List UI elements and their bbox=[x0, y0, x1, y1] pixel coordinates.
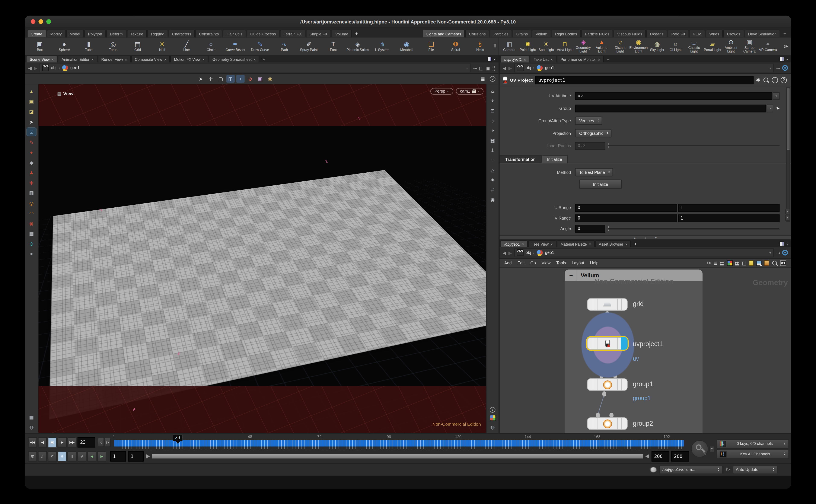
key-all-channels-dropdown[interactable]: Key All Channels ▲▼ bbox=[717, 449, 789, 459]
playback-range-slider[interactable] bbox=[146, 454, 649, 458]
close-tab-icon[interactable]: × bbox=[598, 57, 600, 61]
lighting-icon[interactable]: ☼ bbox=[488, 117, 497, 124]
tool-line[interactable]: ╱ Line bbox=[174, 41, 199, 51]
visibility-icon[interactable]: ◉ bbox=[488, 196, 497, 204]
tool-helix[interactable]: § Helix bbox=[468, 41, 492, 51]
path-field[interactable]: obj › geo1 ▼ bbox=[514, 248, 774, 257]
path-context[interactable]: obj bbox=[526, 66, 531, 70]
forward-icon[interactable]: ▶ bbox=[34, 65, 37, 70]
close-tab-icon[interactable]: × bbox=[524, 57, 526, 61]
info-icon[interactable]: i bbox=[772, 77, 778, 83]
view-menu-icon[interactable]: ▤ bbox=[57, 91, 61, 96]
shading-mode-icon[interactable]: ◑ bbox=[488, 127, 497, 134]
tab-geometry-spreadsheet[interactable]: Geometry Spreadsheet × bbox=[209, 56, 259, 63]
shelf-tab-create[interactable]: Create bbox=[27, 30, 46, 38]
global-range-end-field[interactable]: 200 bbox=[671, 451, 689, 461]
shelf-tab-constraints[interactable]: Constraints bbox=[195, 30, 223, 38]
select-arrow-icon[interactable]: ➤ bbox=[27, 118, 36, 126]
tool-ambient-light[interactable]: ⊙ Ambient Light bbox=[722, 39, 740, 53]
tool-file[interactable]: ❏ File bbox=[419, 41, 443, 51]
shelf-tab-grains[interactable]: Grains bbox=[513, 30, 531, 38]
jump-start-button[interactable]: ◀◀ bbox=[28, 437, 37, 447]
display-options-icon[interactable]: ≣ bbox=[479, 75, 487, 83]
close-tab-icon[interactable]: × bbox=[203, 57, 205, 61]
shelf-tab-particles[interactable]: Particles bbox=[490, 30, 512, 38]
group-dropdown-icon[interactable]: ▼ bbox=[767, 104, 774, 112]
camera-select-button[interactable]: cam1 ▼ bbox=[456, 88, 483, 95]
tool-path[interactable]: ∿ Path bbox=[272, 41, 297, 51]
group-field[interactable] bbox=[575, 104, 766, 112]
menu-view[interactable]: View bbox=[542, 261, 551, 265]
shelf-tab-viscous-fluids[interactable]: Viscous Fluids bbox=[613, 30, 646, 38]
close-tab-icon[interactable]: × bbox=[52, 57, 54, 61]
wedge-tool-icon[interactable]: ◆ bbox=[27, 159, 36, 166]
shelf-tab-pyro-fx[interactable]: Pyro FX bbox=[668, 30, 689, 38]
path-node[interactable]: geo1 bbox=[545, 250, 554, 255]
scrollbar-thumb[interactable] bbox=[787, 89, 789, 150]
realtime-toggle-icon[interactable]: ⊕ bbox=[58, 451, 67, 461]
node-name-field[interactable]: uvproject1 bbox=[535, 76, 753, 84]
arc-tool-icon[interactable]: ◠ bbox=[27, 209, 36, 217]
tab-uvproject1[interactable]: uvproject1 × bbox=[501, 56, 529, 63]
globe-small-icon[interactable]: ◍ bbox=[27, 423, 36, 431]
splitter-down-icon[interactable]: ▼ bbox=[655, 236, 657, 239]
tab-render-view[interactable]: Render View × bbox=[98, 56, 131, 63]
select-tool-icon[interactable]: ➤ bbox=[197, 75, 205, 83]
camera-handles-icon[interactable]: ⌖ bbox=[236, 75, 245, 83]
viewport-layout-icon[interactable]: ◫ bbox=[479, 65, 484, 70]
playback-start-field[interactable]: 1 bbox=[128, 451, 144, 461]
scroll-up-icon[interactable]: ▲ bbox=[785, 209, 790, 214]
tool-draw-curve[interactable]: ✎ Draw Curve bbox=[248, 41, 272, 51]
gear-menu-icon[interactable]: ✱ bbox=[756, 77, 760, 83]
tab-scene-view[interactable]: Scene View × bbox=[26, 56, 57, 63]
projection-dropdown[interactable]: Orthographic ▲▼ bbox=[575, 129, 612, 137]
grid-node[interactable] bbox=[587, 298, 628, 311]
substep-back-button[interactable]: ◁ bbox=[98, 437, 104, 447]
tool-vr-camera[interactable]: ◓ VR Camera bbox=[759, 39, 777, 53]
param-scrollbar[interactable] bbox=[786, 87, 790, 222]
shelf-tab-deform[interactable]: Deform bbox=[106, 30, 126, 38]
menu-help[interactable]: Help bbox=[590, 261, 599, 265]
search-parms-icon[interactable] bbox=[763, 77, 769, 83]
help-icon[interactable]: ? bbox=[490, 76, 495, 82]
tab-composite-view[interactable]: Composite View × bbox=[131, 56, 170, 63]
menu-layout[interactable]: Layout bbox=[572, 261, 584, 265]
pane-menu-arrow-icon[interactable]: ▼ bbox=[493, 57, 496, 61]
secure-selection-icon[interactable]: ⊡ bbox=[27, 128, 36, 136]
uvproject1-node[interactable] bbox=[587, 337, 628, 350]
tab-animation-editor[interactable]: Animation Editor × bbox=[58, 56, 97, 63]
method-dropdown[interactable]: To Best Plane ▲▼ bbox=[575, 168, 613, 176]
splitter-up-icon[interactable]: ▲ bbox=[633, 236, 636, 239]
tool-stereo-camera[interactable]: ▣ Stereo Camera bbox=[740, 39, 759, 53]
memory-usage-icon[interactable] bbox=[650, 467, 657, 473]
substep-fwd-button[interactable]: ▷ bbox=[105, 437, 111, 447]
visualizer-eye-icon[interactable] bbox=[780, 260, 786, 266]
tool-portal-light[interactable]: ▰ Portal Light bbox=[703, 39, 722, 53]
color-palette-icon[interactable] bbox=[727, 260, 733, 266]
set-key-button[interactable] bbox=[691, 440, 708, 457]
splitter-grip-icon[interactable]: ⠿ bbox=[644, 236, 646, 239]
close-tab-icon[interactable]: × bbox=[164, 57, 166, 61]
playhead[interactable]: 23 bbox=[173, 434, 182, 446]
thumbnails-icon[interactable]: ▦ bbox=[735, 260, 740, 266]
close-tab-icon[interactable]: × bbox=[522, 242, 524, 246]
keys-info-button[interactable]: ↻ 0 keys, 0/0 channels ▲ bbox=[717, 439, 789, 448]
ptab-initialize[interactable]: Initialize bbox=[541, 155, 568, 163]
group-select-arrow-icon[interactable]: ➤ bbox=[774, 105, 781, 111]
sim-range-icon[interactable]: ⇄ bbox=[77, 451, 86, 461]
back-icon[interactable]: ◀ bbox=[503, 250, 506, 255]
tab-tree-view[interactable]: Tree View × bbox=[528, 240, 556, 247]
path-context[interactable]: obj bbox=[51, 66, 57, 70]
sticky-note-icon[interactable] bbox=[749, 260, 753, 266]
gray-sphere-icon[interactable]: ● bbox=[27, 250, 36, 258]
range-bar[interactable] bbox=[152, 454, 643, 458]
path-node[interactable]: geo1 bbox=[70, 66, 80, 70]
shelf-tab-volume[interactable]: Volume bbox=[332, 30, 352, 38]
tool-volume-light[interactable]: ▲ Volume Light bbox=[592, 39, 611, 53]
tool-box[interactable]: ▣ Box bbox=[28, 41, 52, 51]
tool-caustic-light[interactable]: ◡ Caustic Light bbox=[685, 39, 703, 53]
uv-attribute-dropdown-icon[interactable]: ▼ bbox=[773, 92, 780, 100]
close-tab-icon[interactable]: × bbox=[625, 242, 627, 246]
shelf-tab-guide-process[interactable]: Guide Process bbox=[247, 30, 280, 38]
shelf-tab-texture[interactable]: Texture bbox=[127, 30, 147, 38]
